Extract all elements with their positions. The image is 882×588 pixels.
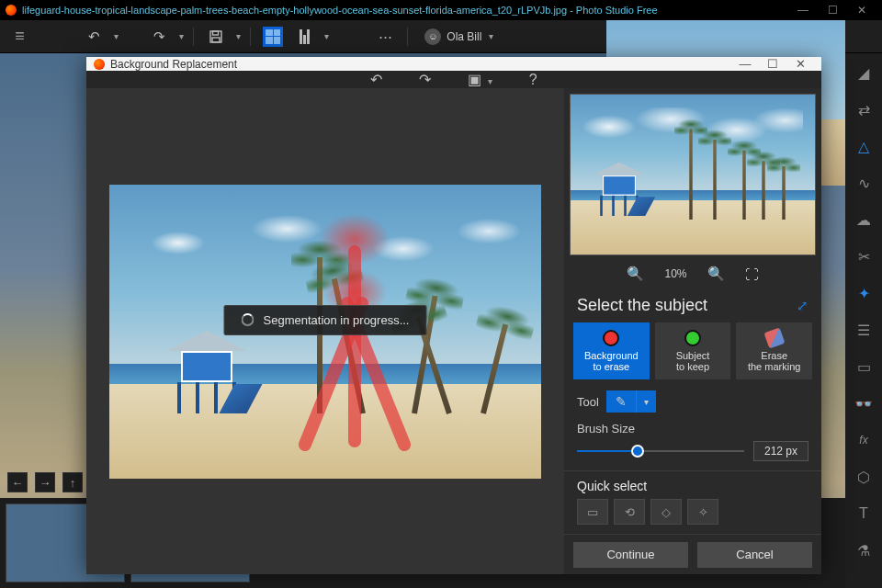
separator — [193, 28, 194, 46]
dialog-image-menu[interactable]: ▣ ▾ — [468, 71, 492, 88]
slider-knob[interactable] — [631, 445, 644, 458]
dialog-help-button[interactable]: ? — [529, 72, 537, 88]
mode-erase-marking[interactable]: Erasethe marking — [736, 322, 812, 379]
window-maximize-button[interactable]: ☐ — [818, 4, 847, 17]
quick-select-label: Quick select — [564, 470, 821, 499]
window-title: lifeguard-house-tropical-landscape-palm-… — [22, 5, 788, 16]
quick-select-rect[interactable]: ▭ — [577, 499, 608, 525]
tool-selector[interactable]: ✎ ▾ — [606, 390, 656, 413]
canvas-image: Segmentation in progress... — [109, 185, 541, 479]
save-button[interactable] — [203, 24, 229, 50]
swap-icon[interactable]: ⇄ — [854, 99, 874, 119]
dialog-side-panel: 🔍 10% 🔍 ⛶ Select the subject ⤢ Backgroun… — [564, 88, 821, 574]
view-options-dropdown[interactable]: ▾ — [324, 31, 329, 41]
cancel-button[interactable]: Cancel — [697, 542, 812, 568]
user-menu-caret-icon: ▾ — [489, 31, 493, 41]
tool-dropdown-caret-icon: ▾ — [636, 390, 656, 413]
right-toolbar: ◢ ⇄ △ ∿ ☁ ✂ ✦ ☰ ▭ 👓 fx ⬡ T ⚗ — [845, 53, 882, 588]
dialog-redo-button[interactable]: ↷ — [419, 71, 431, 88]
brush-size-slider[interactable] — [577, 450, 744, 452]
prev-image-button[interactable]: ← — [7, 472, 28, 492]
quick-select-lasso[interactable]: ⟲ — [614, 499, 645, 525]
zoom-percent: 10% — [664, 267, 686, 280]
mode-subject-to-keep[interactable]: Subjectto keep — [655, 322, 731, 379]
dialog-undo-button[interactable]: ↶ — [370, 71, 382, 88]
background-tool-icon[interactable]: ✦ — [854, 283, 874, 303]
dialog-close-button[interactable]: ✕ — [786, 57, 814, 71]
sliders-icon[interactable]: ☰ — [854, 320, 874, 340]
dialog-toolbar: ↶ ↷ ▣ ▾ ? — [86, 71, 821, 88]
expand-section-button[interactable]: ⤢ — [797, 298, 808, 314]
brush-size-input[interactable] — [753, 441, 808, 461]
svg-rect-1 — [213, 31, 219, 35]
brush-size-row: Brush Size — [564, 416, 821, 470]
separator — [407, 28, 408, 46]
save-options-dropdown[interactable]: ▾ — [236, 31, 241, 41]
mode-selector: Backgroundto erase Subjectto keep Eraset… — [564, 322, 821, 379]
columns-view-button[interactable] — [291, 24, 317, 50]
hamburger-menu-button[interactable]: ≡ — [7, 24, 33, 50]
redo-button[interactable]: ↷ — [146, 24, 172, 50]
fit-screen-button[interactable]: ⛶ — [745, 266, 759, 282]
lifeguard-hut — [170, 331, 243, 413]
navigation-arrows: ← → ↑ — [7, 472, 83, 492]
shapes-icon[interactable]: ⬡ — [854, 467, 874, 487]
grid-view-button[interactable] — [260, 24, 286, 50]
undo-history-dropdown[interactable]: ▾ — [114, 31, 119, 41]
progress-text: Segmentation in progress... — [264, 313, 410, 327]
type-icon[interactable]: T — [854, 503, 874, 524]
app-icon — [6, 5, 17, 16]
minus-circle-icon — [603, 330, 619, 346]
dialog-canvas-area[interactable]: Segmentation in progress... — [86, 88, 564, 574]
user-name: Ola Bill — [447, 30, 481, 43]
redo-history-dropdown[interactable]: ▾ — [179, 31, 184, 41]
undo-button[interactable]: ↶ — [81, 24, 107, 50]
spinner-icon — [242, 313, 254, 326]
user-chip[interactable]: ☺ Ola Bill ▾ — [417, 28, 501, 45]
marquee-icon[interactable]: ▭ — [854, 356, 874, 377]
fx-icon[interactable]: fx — [854, 430, 874, 450]
continue-button[interactable]: Continue — [573, 542, 688, 568]
quick-select-section: Quick select ▭ ⟲ ◇ ✧ — [564, 470, 821, 534]
window-titlebar: lifeguard-house-tropical-landscape-palm-… — [0, 0, 882, 20]
tool-label: Tool — [577, 395, 599, 409]
background-replacement-dialog: Background Replacement — ☐ ✕ ↶ ↷ ▣ ▾ ? — [86, 57, 821, 570]
zoom-controls: 🔍 10% 🔍 ⛶ — [564, 261, 821, 287]
triangle-tool-icon[interactable]: △ — [854, 136, 874, 156]
window-close-button[interactable]: ✕ — [847, 4, 876, 17]
avatar-icon: ☺ — [424, 28, 441, 45]
zoom-in-button[interactable]: 🔍 — [707, 266, 725, 282]
eraser-icon — [763, 327, 785, 348]
svg-rect-2 — [212, 38, 220, 42]
up-button[interactable]: ↑ — [62, 472, 83, 492]
dialog-app-icon — [94, 59, 105, 70]
curves-icon[interactable]: ∿ — [854, 173, 874, 193]
preview-thumbnail[interactable] — [570, 94, 816, 255]
cloud-icon[interactable]: ☁ — [854, 209, 874, 230]
dialog-footer: Continue Cancel — [564, 534, 821, 574]
section-heading: Select the subject ⤢ — [564, 287, 821, 322]
dialog-minimize-button[interactable]: — — [731, 57, 759, 71]
separator — [250, 28, 251, 46]
window-minimize-button[interactable]: — — [788, 4, 818, 17]
brush-tool-icon: ✎ — [606, 390, 636, 413]
progress-toast: Segmentation in progress... — [224, 305, 427, 335]
dialog-title: Background Replacement — [110, 58, 237, 71]
mode-background-to-erase[interactable]: Backgroundto erase — [573, 322, 650, 379]
next-image-button[interactable]: → — [35, 472, 55, 492]
crop-icon[interactable]: ✂ — [854, 246, 874, 266]
plus-circle-icon — [684, 330, 701, 346]
flask-icon[interactable]: ⚗ — [854, 540, 874, 560]
glasses-icon[interactable]: 👓 — [854, 393, 874, 413]
more-actions-button[interactable]: ⋯ — [372, 24, 398, 50]
zoom-out-button[interactable]: 🔍 — [627, 266, 644, 282]
histogram-icon[interactable]: ◢ — [854, 62, 874, 83]
quick-select-wand[interactable]: ✧ — [687, 499, 718, 525]
dialog-titlebar: Background Replacement — ☐ ✕ — [86, 57, 821, 71]
quick-select-poly[interactable]: ◇ — [650, 499, 682, 525]
dialog-maximize-button[interactable]: ☐ — [759, 57, 786, 71]
tool-row: Tool ✎ ▾ — [564, 379, 821, 416]
brush-size-label: Brush Size — [577, 422, 635, 435]
